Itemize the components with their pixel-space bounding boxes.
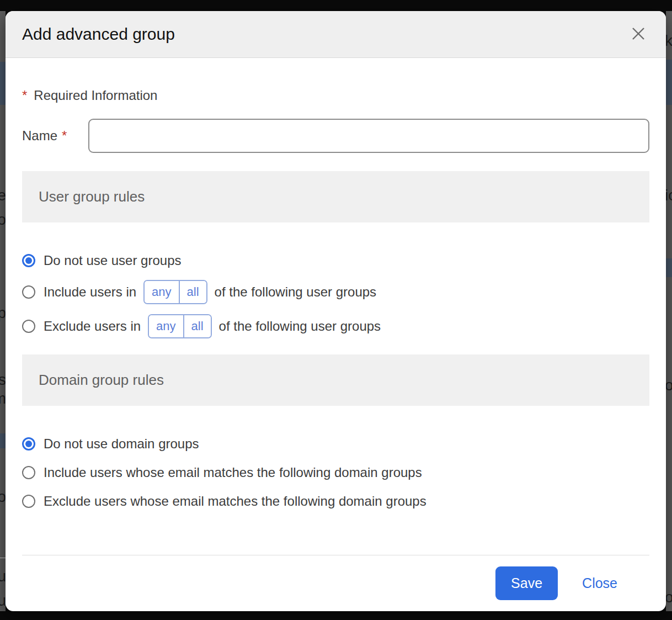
radio-unselected-icon[interactable] bbox=[22, 466, 35, 479]
radio-option-exclude-user-groups[interactable]: Exclude users in any all of the followin… bbox=[22, 314, 649, 338]
background-page-left-sliver: re o up s m o u u bbox=[0, 11, 6, 611]
exclude-all-button[interactable]: all bbox=[184, 315, 211, 337]
name-field-label: Name * bbox=[22, 128, 88, 144]
user-group-rules-options: Do not use user groups Include users in … bbox=[22, 222, 649, 338]
user-group-rules-title: User group rules bbox=[39, 188, 145, 205]
required-asterisk: * bbox=[22, 88, 27, 103]
dialog-footer: Save Close bbox=[22, 555, 649, 611]
background-band bbox=[0, 433, 6, 448]
exclude-any-button[interactable]: any bbox=[149, 315, 184, 337]
name-field-row: Name * bbox=[22, 119, 649, 153]
radio-option-label-suffix: of the following user groups bbox=[215, 284, 377, 300]
radio-option-exclude-domain-groups[interactable]: Exclude users whose email matches the fo… bbox=[22, 492, 649, 511]
background-text-fragment: s bbox=[0, 371, 6, 389]
close-icon bbox=[630, 25, 647, 44]
user-group-rules-header: User group rules bbox=[22, 171, 649, 222]
radio-option-label-prefix: Include users in bbox=[44, 284, 136, 300]
radio-selected-icon[interactable] bbox=[22, 254, 35, 267]
radio-option-label: Exclude users whose email matches the fo… bbox=[44, 494, 426, 509]
dialog-body: * Required Information Name * User group… bbox=[6, 58, 666, 611]
radio-option-no-user-groups[interactable]: Do not use user groups bbox=[22, 251, 649, 270]
close-button[interactable]: Close bbox=[582, 575, 617, 591]
radio-selected-icon[interactable] bbox=[22, 437, 35, 451]
radio-option-label: Do not use domain groups bbox=[44, 436, 199, 452]
background-text-fragment: up bbox=[0, 304, 6, 322]
save-button[interactable]: Save bbox=[495, 566, 558, 600]
domain-group-rules-title: Domain group rules bbox=[39, 372, 164, 389]
radio-option-include-user-groups[interactable]: Include users in any all of the followin… bbox=[22, 280, 649, 304]
domain-group-rules-options: Do not use domain groups Include users w… bbox=[22, 406, 649, 511]
background-text-fragment: u bbox=[0, 568, 6, 585]
required-information-note: * Required Information bbox=[22, 88, 649, 103]
background-text-fragment: k bbox=[666, 32, 672, 50]
radio-option-label-prefix: Exclude users in bbox=[44, 319, 141, 334]
radio-option-label: Do not use user groups bbox=[44, 253, 181, 268]
background-text-fragment: o bbox=[666, 589, 672, 606]
dialog-title: Add advanced group bbox=[22, 25, 175, 44]
domain-group-rules-header: Domain group rules bbox=[22, 354, 649, 406]
radio-unselected-icon[interactable] bbox=[22, 320, 35, 333]
include-all-button[interactable]: all bbox=[180, 281, 206, 303]
background-text-fragment: ic bbox=[666, 187, 672, 204]
radio-option-label-suffix: of the following user groups bbox=[219, 319, 381, 334]
name-required-asterisk: * bbox=[62, 128, 67, 144]
background-band bbox=[666, 258, 672, 277]
dialog-close-button[interactable] bbox=[628, 24, 648, 44]
name-input[interactable] bbox=[88, 119, 649, 153]
exclude-any-all-toggle: any all bbox=[148, 314, 212, 338]
name-label-text: Name bbox=[22, 128, 57, 144]
radio-option-label: Include users whose email matches the fo… bbox=[44, 465, 422, 480]
radio-unselected-icon[interactable] bbox=[22, 495, 35, 508]
radio-unselected-icon[interactable] bbox=[22, 285, 35, 299]
background-text-fragment: m bbox=[0, 390, 6, 407]
radio-option-include-domain-groups[interactable]: Include users whose email matches the fo… bbox=[22, 463, 649, 482]
dialog-header: Add advanced group bbox=[6, 11, 666, 58]
background-text-fragment: o bbox=[0, 211, 6, 229]
background-divider-fragment bbox=[0, 558, 6, 558]
background-text-fragment: o bbox=[666, 377, 672, 394]
include-any-all-toggle: any all bbox=[143, 280, 207, 304]
background-band bbox=[0, 62, 6, 105]
radio-option-no-domain-groups[interactable]: Do not use domain groups bbox=[22, 434, 649, 453]
add-advanced-group-dialog: Add advanced group * Required Informatio… bbox=[6, 11, 666, 611]
background-text-fragment: u bbox=[0, 592, 6, 610]
required-note-text: Required Information bbox=[34, 88, 157, 103]
include-any-button[interactable]: any bbox=[145, 281, 179, 303]
background-page-right-sliver: k ic o o bbox=[666, 11, 672, 611]
background-text-fragment: re bbox=[0, 187, 6, 204]
background-band bbox=[666, 60, 672, 105]
background-text-fragment: o bbox=[0, 488, 6, 506]
